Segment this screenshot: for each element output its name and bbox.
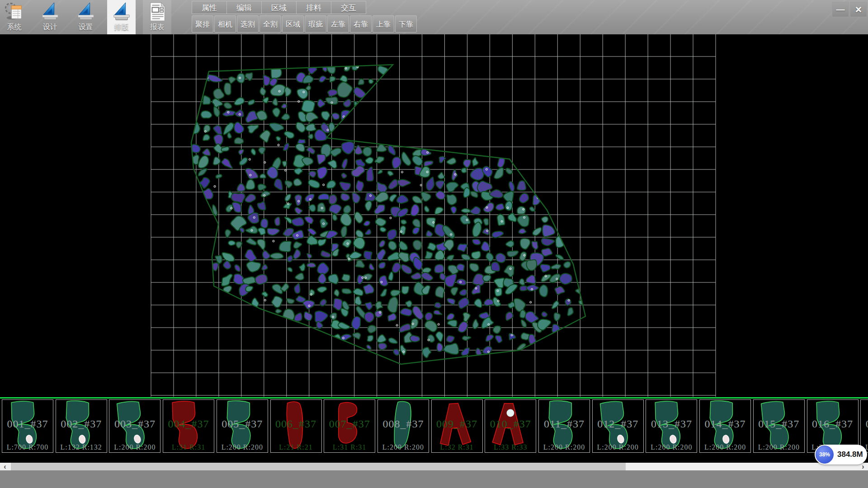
nesting-drawing (0, 34, 868, 397)
tool-button-3[interactable]: 选割 (237, 15, 259, 33)
piece-id: 011_#37 (539, 418, 590, 430)
piece-lr-count: L:200 R:200 (378, 443, 429, 451)
piece-tile-008_#37[interactable]: 008_#37 L:200 R:200 (377, 399, 429, 453)
piece-id: 007_#37 (324, 418, 375, 430)
piece-id: 003_#37 (109, 418, 160, 430)
tool-button-4[interactable]: 全割 (259, 15, 281, 33)
pieces-strip: 001_#37 L:700 R:700 002_#37 L:132 R:132 … (0, 399, 868, 463)
piece-id: 016_#37 (807, 418, 858, 430)
app-tab-4[interactable]: 排版 (107, 0, 136, 34)
tool-bar: 聚排相机选割全割区域瑕疵左靠右靠上靠下靠 (192, 15, 418, 33)
tool-button-1[interactable]: 聚排 (192, 15, 213, 33)
toolbar: 系统 设计 设置 排版 报表 属性编辑区域排料交互 聚排相机选割全 (0, 0, 868, 35)
piece-lr-count: L:700 R:700 (2, 443, 53, 451)
gear-doc-icon (4, 1, 25, 22)
app-tab-3[interactable]: 设置 (71, 0, 100, 34)
piece-id: 013_#37 (646, 418, 697, 430)
piece-lr-count: L:31 R:31 (324, 443, 375, 451)
piece-id: 005_#37 (217, 418, 268, 430)
set-square-icon (75, 1, 96, 22)
window-controls: — ✕ (831, 2, 867, 17)
piece-lr-count: L:31 R:31 (163, 443, 214, 451)
piece-lr-count: L:200 R:200 (700, 443, 750, 451)
piece-tile-001_#37[interactable]: 001_#37 L:700 R:700 (2, 399, 53, 453)
tool-button-7[interactable]: 左靠 (327, 15, 349, 33)
piece-tile-005_#37[interactable]: 005_#37 L:200 R:200 (217, 399, 268, 453)
piece-lr-count: L:200 R:200 (217, 443, 268, 451)
piece-tile-003_#37[interactable]: 003_#37 L:200 R:200 (109, 399, 160, 453)
piece-id: 014_#37 (700, 418, 750, 430)
usage-percent-badge: 38% (816, 446, 834, 464)
piece-lr-count: L:200 R:200 (109, 443, 160, 451)
piece-lr-count: L:32 R:31 (432, 443, 482, 451)
piece-id: 006_#37 (271, 418, 321, 430)
tool-button-9[interactable]: 上靠 (373, 15, 394, 33)
piece-lr-count: L:132 R:132 (56, 443, 107, 451)
piece-tile-012_#37[interactable]: 012_#37 L:200 R:200 (592, 399, 644, 453)
piece-id: 015_#37 (754, 418, 804, 430)
piece-tile-017_#37[interactable]: 017_#37 L:200 R:200 (860, 399, 868, 453)
memory-usage-pill[interactable]: 38% 384.8M (815, 445, 867, 465)
menu-tab-4[interactable]: 排料 (296, 1, 331, 14)
status-bar (0, 470, 868, 488)
piece-lr-count: L:21 R:21 (271, 443, 321, 451)
set-square-icon (111, 1, 132, 22)
tool-button-6[interactable]: 瑕疵 (305, 15, 326, 33)
piece-tile-004_#37[interactable]: 004_#37 L:31 R:31 (163, 399, 214, 453)
nesting-canvas[interactable] (0, 34, 868, 397)
piece-tile-002_#37[interactable]: 002_#37 L:132 R:132 (56, 399, 107, 453)
app-tab-label: 设置 (79, 22, 93, 32)
piece-tile-010_#37[interactable]: 010_#37 L:33 R:33 (485, 399, 536, 453)
piece-tile-013_#37[interactable]: 013_#37 L:200 R:200 (646, 399, 697, 453)
app-tab-label: 报表 (150, 22, 165, 32)
piece-lr-count: L:200 R:200 (646, 443, 697, 451)
piece-tile-006_#37[interactable]: 006_#37 L:21 R:21 (270, 399, 322, 453)
app-tab-label: 系统 (7, 22, 22, 32)
piece-id: 009_#37 (432, 418, 482, 430)
close-button[interactable]: ✕ (850, 2, 867, 17)
piece-id: 012_#37 (593, 418, 643, 430)
tool-button-2[interactable]: 相机 (214, 15, 236, 33)
piece-id: 001_#37 (2, 418, 53, 430)
report-doc-icon (147, 1, 168, 22)
piece-tile-007_#37[interactable]: 007_#37 L:31 R:31 (324, 399, 375, 453)
menu-tab-3[interactable]: 区域 (261, 1, 297, 14)
piece-lr-count: L:200 R:200 (593, 443, 643, 451)
set-square-icon (40, 1, 61, 22)
piece-tile-015_#37[interactable]: 015_#37 L:200 R:200 (753, 399, 805, 453)
app-tab-2[interactable]: 设计 (36, 0, 64, 34)
piece-tile-014_#37[interactable]: 014_#37 L:200 R:200 (699, 399, 751, 453)
minimize-button[interactable]: — (832, 2, 849, 17)
piece-id: 002_#37 (56, 418, 107, 430)
app-tab-label: 排版 (114, 22, 129, 32)
usage-percent: 38% (819, 451, 830, 458)
menu-bar: 属性编辑区域排料交互 (192, 1, 366, 14)
piece-tile-011_#37[interactable]: 011_#37 L:200 R:200 (538, 399, 590, 453)
piece-lr-count: L:200 R:200 (539, 443, 590, 451)
tool-button-10[interactable]: 下靠 (395, 15, 417, 33)
piece-id: 008_#37 (378, 418, 429, 430)
tool-button-8[interactable]: 右靠 (350, 15, 372, 33)
menu-tab-1[interactable]: 属性 (192, 1, 227, 14)
piece-id: 004_#37 (163, 418, 214, 430)
tool-button-5[interactable]: 区域 (282, 15, 304, 33)
memory-value: 384.8M (837, 450, 863, 459)
horizontal-scrollbar[interactable]: ‹ › (0, 463, 868, 470)
scrollbar-thumb[interactable] (11, 463, 626, 470)
app-tab-1[interactable]: 系统 (0, 0, 28, 34)
scroll-left-icon[interactable]: ‹ (0, 463, 10, 470)
piece-lr-count: L:200 R:200 (754, 443, 804, 451)
piece-id: 010_#37 (485, 418, 536, 430)
app-tab-label: 设计 (43, 22, 57, 32)
app-tab-5[interactable]: 报表 (143, 0, 171, 34)
menu-tab-5[interactable]: 交互 (331, 1, 366, 14)
piece-tile-009_#37[interactable]: 009_#37 L:32 R:31 (431, 399, 483, 453)
piece-lr-count: L:33 R:33 (485, 443, 536, 451)
menu-tab-2[interactable]: 编辑 (226, 1, 262, 14)
piece-id: 017_#37 (861, 418, 868, 430)
app-nav: 系统 设计 设置 排版 报表 (0, 0, 179, 34)
